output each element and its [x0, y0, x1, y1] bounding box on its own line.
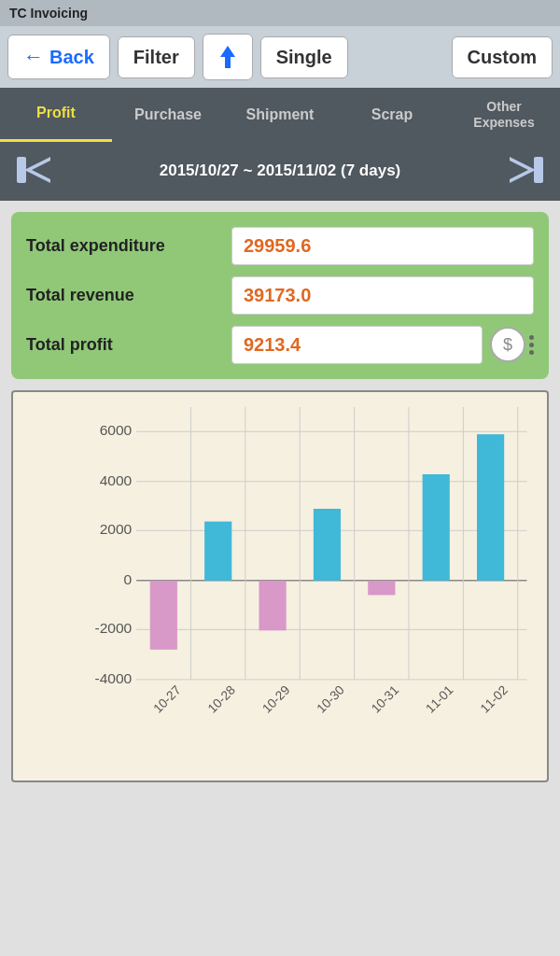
filter-button[interactable]: Filter [118, 36, 195, 78]
bar-11-01 [423, 474, 450, 581]
svg-text:6000: 6000 [100, 422, 133, 438]
bar-chart: 6000 4000 2000 0 -2000 -4000 10-27 10-28… [11, 390, 549, 782]
left-arrow-icon [15, 153, 52, 187]
svg-rect-4 [534, 157, 543, 183]
upload-button[interactable] [203, 34, 253, 80]
tab-other-expenses[interactable]: OtherExpenses [448, 88, 560, 142]
svg-text:11-01: 11-01 [423, 682, 455, 715]
svg-text:-2000: -2000 [95, 620, 133, 636]
expenditure-value: 29959.6 [231, 227, 534, 265]
single-button[interactable]: Single [260, 36, 348, 78]
svg-text:10-30: 10-30 [315, 682, 348, 716]
filter-label: Filter [133, 47, 179, 68]
svg-text:10-31: 10-31 [369, 682, 401, 715]
back-label: Back [49, 47, 94, 68]
svg-marker-0 [220, 46, 235, 68]
expenditure-row: Total expenditure 29959.6 [26, 227, 534, 265]
custom-label: Custom [468, 47, 537, 68]
revenue-label: Total revenue [26, 286, 231, 305]
back-button[interactable]: ← Back [7, 35, 110, 79]
svg-text:10-28: 10-28 [205, 682, 238, 715]
date-navigation: 2015/10/27 ~ 2015/11/02 (7 days) [0, 142, 560, 201]
tab-profit[interactable]: Profit [0, 88, 112, 142]
svg-text:4000: 4000 [100, 471, 133, 487]
expenditure-label: Total expenditure [26, 236, 231, 256]
profit-row: Total profit 9213.4 $ [26, 326, 534, 364]
custom-button[interactable]: Custom [452, 36, 553, 78]
coin-action[interactable]: $ [490, 327, 534, 362]
bar-10-28 [204, 521, 231, 580]
bar-10-30 [314, 509, 341, 581]
svg-marker-3 [510, 157, 536, 183]
bar-11-02 [477, 434, 504, 581]
bar-10-29 [259, 580, 286, 630]
revenue-value: 39173.0 [231, 276, 534, 315]
app-title: TC Invoicing [9, 6, 88, 21]
date-range-label: 2015/10/27 ~ 2015/11/02 (7 days) [160, 162, 401, 180]
revenue-row: Total revenue 39173.0 [26, 276, 534, 315]
title-bar: TC Invoicing [0, 0, 560, 26]
coin-icon: $ [490, 327, 525, 362]
svg-rect-2 [17, 157, 26, 183]
svg-text:11-02: 11-02 [478, 682, 511, 715]
right-arrow-icon [508, 153, 545, 187]
single-label: Single [276, 47, 332, 68]
profit-label: Total profit [26, 335, 231, 355]
upload-icon [215, 44, 241, 70]
bar-10-27 [150, 580, 177, 649]
tab-shipment[interactable]: Shipment [224, 88, 336, 142]
bar-10-31 [368, 580, 395, 595]
dots-icon [529, 335, 534, 355]
tab-scrap[interactable]: Scrap [336, 88, 448, 142]
svg-text:0: 0 [124, 570, 133, 586]
back-arrow-icon: ← [23, 45, 44, 69]
prev-date-button[interactable] [11, 149, 56, 193]
chart-svg: 6000 4000 2000 0 -2000 -4000 10-27 10-28… [78, 407, 539, 743]
profit-value: 9213.4 [231, 326, 483, 364]
svg-text:10-29: 10-29 [259, 682, 292, 715]
tabs-bar: Profit Purchase Shipment Scrap OtherExpe… [0, 88, 560, 142]
svg-text:-4000: -4000 [95, 669, 133, 685]
toolbar: ← Back Filter Single Custom [0, 26, 560, 88]
svg-text:2000: 2000 [100, 521, 133, 537]
svg-text:10-27: 10-27 [150, 682, 183, 715]
tab-purchase[interactable]: Purchase [112, 88, 224, 142]
next-date-button[interactable] [504, 149, 549, 193]
svg-marker-1 [24, 157, 50, 183]
summary-card: Total expenditure 29959.6 Total revenue … [11, 212, 549, 379]
